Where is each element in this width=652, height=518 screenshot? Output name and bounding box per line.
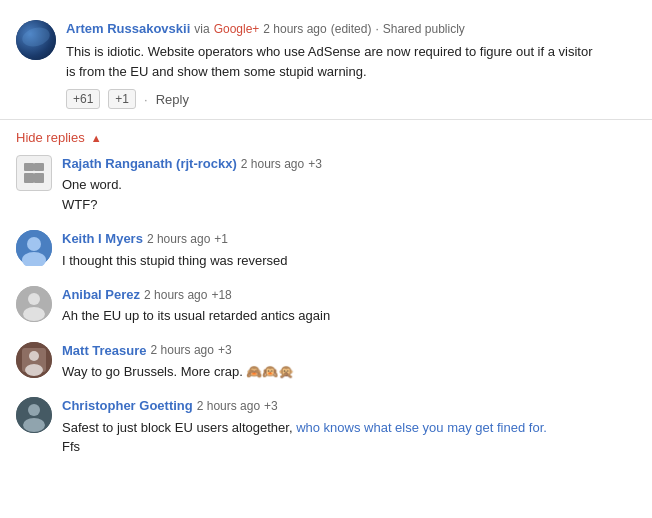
post-actions: +61 +1 · Reply <box>66 89 636 109</box>
shared-publicly: Shared publicly <box>383 21 465 38</box>
post-body-line1: This is idiotic. Website operators who u… <box>66 44 593 59</box>
reply-item: Rajath Ranganath (rjt-rockx) 2 hours ago… <box>16 155 636 214</box>
reply-author-line: Anibal Perez 2 hours ago +18 <box>62 286 636 304</box>
reply-author-christopher[interactable]: Christopher Goetting <box>62 397 193 415</box>
svg-point-9 <box>23 307 45 321</box>
google-plus: Google+ <box>214 21 260 38</box>
post-container: Artem Russakovskii via Google+ 2 hours a… <box>0 10 652 120</box>
reply-body-rajath: One word.WTF? <box>62 175 636 214</box>
replies-container: Rajath Ranganath (rjt-rockx) 2 hours ago… <box>0 155 652 456</box>
hide-replies-bar[interactable]: Hide replies ▲ <box>0 120 652 155</box>
reply-timestamp-christopher: 2 hours ago <box>197 398 260 415</box>
reply-plus-keith: +1 <box>214 231 228 248</box>
post-header: Artem Russakovskii via Google+ 2 hours a… <box>16 20 636 109</box>
svg-point-12 <box>29 351 39 361</box>
reply-author-keith[interactable]: Keith I Myers <box>62 230 143 248</box>
post-timestamp: 2 hours ago <box>263 21 326 38</box>
svg-rect-0 <box>24 163 34 171</box>
svg-rect-3 <box>34 173 44 183</box>
reply-timestamp-anibal: 2 hours ago <box>144 287 207 304</box>
reply-author-line: Keith I Myers 2 hours ago +1 <box>62 230 636 248</box>
reply-author-matt[interactable]: Matt Treasure <box>62 342 147 360</box>
post-edited: (edited) <box>331 21 372 38</box>
post-meta: Artem Russakovskii via Google+ 2 hours a… <box>66 20 636 109</box>
hide-replies-label: Hide replies <box>16 130 85 145</box>
reply-plus-christopher: +3 <box>264 398 278 415</box>
reply-timestamp-matt: 2 hours ago <box>151 342 214 359</box>
reply-content-matt: Matt Treasure 2 hours ago +3 Way to go B… <box>62 342 636 382</box>
post-body: This is idiotic. Website operators who u… <box>66 42 636 81</box>
author-avatar[interactable] <box>16 20 56 60</box>
reply-body-keith: I thought this stupid thing was reversed <box>62 251 636 271</box>
separator: · <box>375 21 378 38</box>
reply-avatar-matt <box>16 342 52 378</box>
plus-one-button[interactable]: +1 <box>108 89 136 109</box>
action-separator: · <box>144 92 148 107</box>
post-body-line2: is from the EU and show them some stupid… <box>66 64 367 79</box>
svg-point-16 <box>23 418 45 432</box>
reply-avatar-rajath <box>16 155 52 191</box>
reply-timestamp-keith: 2 hours ago <box>147 231 210 248</box>
reply-author-line: Christopher Goetting 2 hours ago +3 <box>62 397 636 415</box>
reply-content-christopher: Christopher Goetting 2 hours ago +3 Safe… <box>62 397 636 456</box>
svg-rect-2 <box>24 173 34 183</box>
reply-avatar-keith <box>16 230 52 266</box>
reply-avatar-anibal <box>16 286 52 322</box>
svg-point-5 <box>27 237 41 251</box>
reply-content-anibal: Anibal Perez 2 hours ago +18 Ah the EU u… <box>62 286 636 326</box>
reply-item: Christopher Goetting 2 hours ago +3 Safe… <box>16 397 636 456</box>
reply-content-rajath: Rajath Ranganath (rjt-rockx) 2 hours ago… <box>62 155 636 214</box>
author-line: Artem Russakovskii via Google+ 2 hours a… <box>66 20 636 38</box>
via-text: via <box>194 21 209 38</box>
svg-point-15 <box>28 404 40 416</box>
reply-plus-rajath: +3 <box>308 156 322 173</box>
reply-avatar-christopher <box>16 397 52 433</box>
author-name[interactable]: Artem Russakovskii <box>66 20 190 38</box>
reply-content-keith: Keith I Myers 2 hours ago +1 I thought t… <box>62 230 636 270</box>
reply-body-matt: Way to go Brussels. More crap. 🙈🙉🙊 <box>62 362 636 382</box>
reply-timestamp-rajath: 2 hours ago <box>241 156 304 173</box>
reply-link-christopher[interactable]: who knows what else you may get fined fo… <box>296 420 547 435</box>
svg-point-13 <box>25 364 43 376</box>
reply-link[interactable]: Reply <box>156 92 189 107</box>
reply-item: Anibal Perez 2 hours ago +18 Ah the EU u… <box>16 286 636 326</box>
chevron-up-icon: ▲ <box>91 132 102 144</box>
reply-body-christopher: Safest to just block EU users altogether… <box>62 418 636 457</box>
reply-plus-anibal: +18 <box>211 287 231 304</box>
reply-plus-matt: +3 <box>218 342 232 359</box>
svg-rect-1 <box>34 163 44 171</box>
reply-author-line: Rajath Ranganath (rjt-rockx) 2 hours ago… <box>62 155 636 173</box>
reply-item: Matt Treasure 2 hours ago +3 Way to go B… <box>16 342 636 382</box>
svg-point-8 <box>28 293 40 305</box>
reply-body-anibal: Ah the EU up to its usual retarded antic… <box>62 306 636 326</box>
plus-count-button[interactable]: +61 <box>66 89 100 109</box>
reply-author-rajath[interactable]: Rajath Ranganath (rjt-rockx) <box>62 155 237 173</box>
reply-item: Keith I Myers 2 hours ago +1 I thought t… <box>16 230 636 270</box>
reply-author-anibal[interactable]: Anibal Perez <box>62 286 140 304</box>
reply-author-line: Matt Treasure 2 hours ago +3 <box>62 342 636 360</box>
